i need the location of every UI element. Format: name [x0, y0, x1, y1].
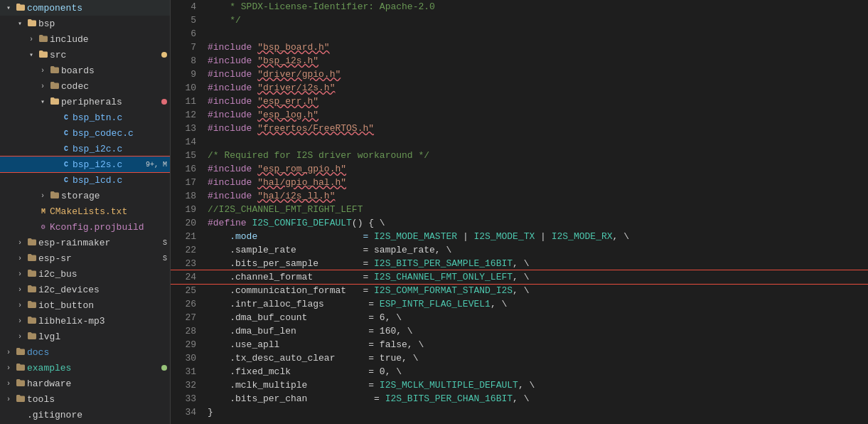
folder-icon: [26, 18, 38, 30]
folder-icon: [26, 237, 38, 249]
code-line: 31 .fixed_mclk = 0, \: [171, 365, 868, 378]
sidebar-item-hardware[interactable]: ›hardware: [0, 376, 170, 391]
sidebar-item-bsp_lcd[interactable]: Cbsp_lcd.c: [0, 172, 170, 188]
line-text: .dma_buf_len = 160, \: [205, 326, 413, 336]
folder-icon: [26, 253, 38, 265]
code-token: .mode =: [208, 231, 374, 242]
code-line: 14: [171, 135, 868, 149]
code-token: #include: [208, 191, 257, 201]
sidebar-item-boards[interactable]: ›boards: [0, 63, 170, 78]
sidebar-item-components[interactable]: ▾components: [0, 0, 170, 16]
expand-arrow: ›: [14, 317, 26, 325]
expand-arrow: ›: [14, 239, 26, 247]
expand-arrow: ›: [37, 67, 48, 75]
code-token: "freertos/FreeRTOS.h": [257, 123, 374, 134]
line-number: 19: [171, 204, 205, 215]
sidebar-item-i2c_devices[interactable]: ›i2c_devices: [0, 282, 170, 297]
line-text: #include "esp_err.h": [205, 96, 318, 107]
folder-icon: [14, 2, 27, 14]
sidebar-item-bsp_i2c[interactable]: Cbsp_i2c.c: [0, 141, 170, 157]
item-label: boards: [61, 65, 167, 76]
code-token: #include: [208, 96, 257, 107]
line-number: 24: [171, 272, 205, 282]
sidebar-item-examples[interactable]: ›examples: [0, 360, 170, 376]
line-number: 26: [171, 299, 205, 309]
code-token: #include: [208, 164, 257, 174]
sidebar-item-i2c_bus[interactable]: ›i2c_bus: [0, 266, 170, 282]
status-dot: [161, 99, 167, 105]
item-label: esp-sr: [38, 253, 160, 264]
folder-icon: [26, 300, 38, 312]
sidebar-item-bsp_btn[interactable]: Cbsp_btn.c: [0, 110, 170, 125]
expand-arrow: ▾: [3, 4, 14, 12]
sidebar-item-include[interactable]: ›include: [0, 31, 170, 47]
folder-icon: [37, 49, 50, 61]
sidebar-item-storage[interactable]: ›storage: [0, 188, 170, 203]
item-badge: S: [163, 255, 167, 263]
sidebar-item-bsp[interactable]: ▾bsp: [0, 16, 170, 31]
line-text: }: [205, 407, 213, 418]
line-number: 4: [171, 1, 205, 12]
code-token: #include: [208, 42, 257, 53]
sidebar-item-esp-sr[interactable]: ›esp-srS: [0, 250, 170, 266]
code-token: #define: [208, 218, 252, 228]
code-token: #include: [208, 177, 257, 188]
file-type-icon: ⚙: [37, 223, 50, 231]
code-token: I2S_BITS_PER_SAMPLE_16BIT: [374, 258, 513, 269]
code-line: 32 .mclk_multiple = I2S_MCLK_MULTIPLE_DE…: [171, 378, 868, 392]
line-number: 32: [171, 380, 205, 391]
code-line: 30 .tx_desc_auto_clear = true, \: [171, 351, 868, 365]
item-label: hardware: [27, 378, 167, 389]
code-token: #include: [208, 83, 257, 93]
item-label: iot_button: [38, 300, 167, 311]
sidebar-item-libhelix-mp3[interactable]: ›libhelix-mp3: [0, 313, 170, 329]
code-token: #include: [208, 69, 257, 80]
code-line: 34}: [171, 406, 868, 419]
code-line: 6: [171, 27, 868, 41]
line-text: .fixed_mclk = 0, \: [205, 366, 402, 377]
sidebar-item-cmakelists[interactable]: MCMakeLists.txt: [0, 203, 170, 219]
file-type-icon: C: [60, 145, 73, 153]
code-line: 17#include "hal/gpio_hal.h": [171, 176, 868, 189]
code-token: "hal/gpio_hal.h": [257, 177, 346, 188]
sidebar-item-codec[interactable]: ›codec: [0, 78, 170, 94]
line-number: 31: [171, 366, 205, 377]
sidebar-item-src[interactable]: ▾src: [0, 47, 170, 63]
sidebar-item-gitignore[interactable]: .gitignore: [0, 407, 170, 423]
line-text: .use_apll = false, \: [205, 339, 424, 350]
line-number: 9: [171, 69, 205, 80]
item-label: .gitignore: [27, 410, 167, 420]
sidebar-item-lvgl[interactable]: ›lvgl: [0, 329, 170, 344]
code-token: /* Required for I2S driver workaround */: [208, 150, 429, 161]
line-number: 30: [171, 353, 205, 364]
code-line: 28 .dma_buf_len = 160, \: [171, 324, 868, 338]
line-text: #include "esp_log.h": [205, 110, 318, 120]
code-token: "driver/gpio.h": [257, 69, 341, 80]
item-label: bsp: [38, 18, 167, 29]
code-line: 5 */: [171, 14, 868, 27]
folder-icon: [26, 315, 38, 327]
sidebar-item-iot_button[interactable]: ›iot_button: [0, 297, 170, 313]
sidebar-item-bsp_i2s[interactable]: Cbsp_i2s.c9+, M: [0, 157, 170, 172]
sidebar-item-peripherals[interactable]: ▾peripherals: [0, 94, 170, 110]
line-number: 14: [171, 137, 205, 147]
code-token: ESP_INTR_FLAG_LEVEL1: [380, 299, 491, 309]
file-type-icon: C: [60, 114, 73, 122]
line-text: .mode = I2S_MODE_MASTER | I2S_MODE_TX | …: [205, 231, 629, 242]
line-text: #include "driver/gpio.h": [205, 69, 341, 80]
expand-arrow: ▾: [26, 51, 37, 59]
line-text: #include "bsp_board.h": [205, 42, 330, 53]
expand-arrow: ▾: [37, 97, 48, 106]
code-token: I2S_CHANNEL_FMT_ONLY_LEFT: [374, 272, 513, 282]
sidebar-item-esp-rainmaker[interactable]: ›esp-rainmakerS: [0, 235, 170, 250]
folder-icon: [14, 362, 27, 374]
sidebar-item-tools[interactable]: ›tools: [0, 391, 170, 407]
code-token: I2S_MCLK_MULTIPLE_DEFAULT: [380, 380, 518, 391]
line-text: /* Required for I2S driver workaround */: [205, 150, 429, 161]
item-label: tools: [27, 394, 167, 405]
sidebar-item-kconfig[interactable]: ⚙Kconfig.projbuild: [0, 219, 170, 235]
code-content[interactable]: 4 * SPDX-License-Identifier: Apache-2.05…: [171, 0, 868, 424]
sidebar-item-bsp_codec[interactable]: Cbsp_codec.c: [0, 125, 170, 141]
sidebar-item-docs[interactable]: ›docs: [0, 344, 170, 360]
line-text: .tx_desc_auto_clear = true, \: [205, 353, 418, 364]
